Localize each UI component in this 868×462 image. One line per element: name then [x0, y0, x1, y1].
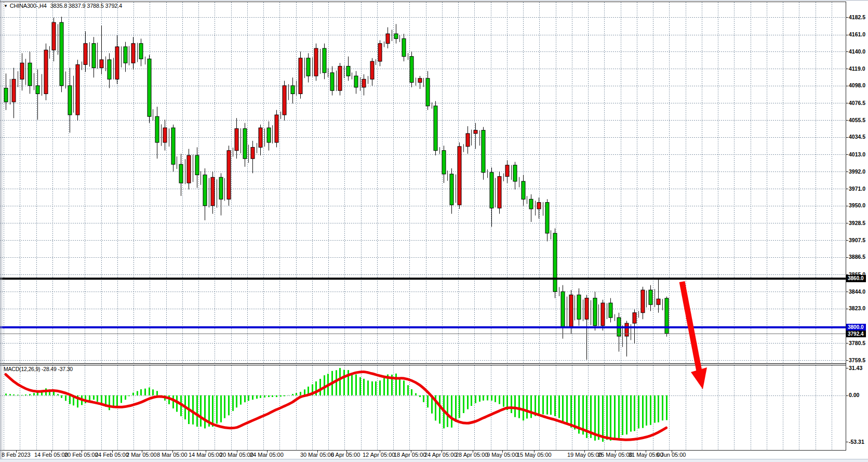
- candle-body: [36, 86, 39, 94]
- symbol-label: ▼CHINA300-,H43835.8 3837.9 3788.5 3792.4: [4, 3, 122, 9]
- candle-body: [235, 129, 238, 151]
- candle-body: [593, 298, 597, 326]
- candle-body: [545, 203, 549, 233]
- candle-body: [378, 44, 382, 61]
- time-axis-label: 24 Feb 05:00: [95, 452, 129, 458]
- candle-body: [314, 48, 318, 76]
- candle-body: [522, 181, 525, 199]
- candle-body: [251, 147, 255, 159]
- candle-body: [537, 203, 541, 209]
- candle-body: [291, 86, 295, 94]
- candle-body: [195, 155, 199, 175]
- candle-body: [561, 292, 565, 327]
- support-line[interactable]: [0, 326, 846, 328]
- price-axis-label: 4161.0: [849, 31, 865, 37]
- candle-body: [243, 129, 247, 159]
- candle-body: [577, 295, 581, 319]
- price-axis-label: 3780.5: [849, 340, 865, 346]
- candles: [4, 17, 669, 360]
- candle-body: [434, 106, 437, 151]
- level-lines[interactable]: [0, 278, 846, 334]
- candle-body: [115, 47, 119, 79]
- candle-body: [179, 164, 183, 183]
- candle-body: [68, 86, 72, 115]
- candle-body: [187, 155, 191, 183]
- time-axis-label: 8 Feb 2023: [2, 452, 31, 458]
- candle-body: [609, 303, 612, 318]
- candle-body: [498, 177, 501, 208]
- window-left-edge-inner: [2, 1, 2, 459]
- time-axis-label: 19 May 05:00: [567, 452, 602, 458]
- candle-body: [100, 60, 103, 68]
- time-axis-label: 20 Mar 05:00: [220, 452, 253, 458]
- candle-body: [124, 47, 127, 63]
- candle-body: [657, 299, 660, 305]
- candle-body: [148, 59, 151, 116]
- candle-body: [92, 44, 96, 68]
- candle-body: [211, 177, 215, 206]
- candle-body: [4, 88, 8, 102]
- candle-body: [44, 50, 48, 94]
- candle-body: [299, 58, 302, 94]
- window-left-edge: [0, 0, 1, 462]
- candle-body: [450, 174, 453, 205]
- time-axis-label: 14 Mar 05:00: [189, 452, 222, 458]
- candle-body: [323, 48, 326, 73]
- candle-body: [410, 57, 413, 83]
- macd-axis-label: 31.43: [849, 365, 862, 371]
- candle-body: [330, 73, 334, 90]
- candle-body: [418, 78, 422, 83]
- price-axis-label: 3928.5: [849, 220, 865, 226]
- grid: [0, 2, 846, 450]
- candle-body: [529, 199, 533, 209]
- candle-body: [338, 66, 342, 90]
- price-axis-label: 3992.0: [849, 168, 865, 175]
- candle-body: [601, 303, 605, 326]
- candle-body: [505, 165, 509, 177]
- price-axis-label: 4034.5: [849, 134, 865, 140]
- candle-body: [131, 44, 135, 63]
- candle-body: [52, 22, 56, 50]
- resistance-price-badge: 3860.0: [846, 275, 866, 282]
- time-axis-label: 25 May 05:00: [598, 452, 633, 458]
- candle-body: [108, 60, 111, 79]
- price-axis-label: 4182.5: [849, 14, 865, 20]
- macd-axis-label: -53.31: [849, 439, 864, 445]
- last-price-badge: 3792.4: [846, 331, 866, 337]
- candle-body: [275, 115, 278, 142]
- dropdown-arrow-icon[interactable]: ▼: [4, 4, 8, 8]
- chart-window: ▼CHINA300-,H43835.8 3837.9 3788.5 3792.4…: [0, 0, 868, 462]
- candle-body: [203, 175, 207, 205]
- chart-canvas[interactable]: [0, 0, 868, 462]
- chart-borders: [0, 2, 848, 453]
- time-axis-label: 12 Apr 05:00: [363, 452, 395, 458]
- time-axis-label: 6 Apr 05:00: [331, 452, 360, 458]
- candle-body: [362, 79, 366, 87]
- candle-body: [641, 290, 645, 313]
- time-axis-label: 24 Mar 05:00: [250, 452, 284, 458]
- price-axis-label: 3844.0: [849, 288, 865, 295]
- candle-body: [171, 128, 175, 164]
- candle-body: [84, 44, 87, 65]
- candle-body: [155, 116, 159, 142]
- candle-body: [553, 233, 557, 292]
- time-axis-label: 20 Feb 05:00: [64, 452, 98, 458]
- candle-body: [625, 323, 629, 336]
- price-axis-label: 3759.5: [849, 357, 865, 363]
- candle-body: [426, 78, 430, 106]
- candle-body: [633, 313, 636, 323]
- price-axis-label: 3971.0: [849, 186, 865, 192]
- ohlc-values: 3835.8 3837.9 3788.5 3792.4: [50, 3, 122, 9]
- indicator-label: MACD(12,26,9) -28.49 -37.30: [4, 366, 73, 372]
- price-axis-label: 3886.5: [849, 254, 865, 260]
- candle-body: [402, 38, 406, 56]
- time-axis-label: 28 Apr 05:00: [456, 452, 488, 458]
- candle-body: [267, 128, 271, 142]
- resistance-line[interactable]: [0, 278, 846, 280]
- candle-body: [259, 128, 262, 147]
- candle-body: [346, 66, 350, 76]
- price-axis-label: 4055.5: [849, 117, 865, 123]
- candle-body: [442, 151, 446, 174]
- candle-body: [306, 58, 310, 76]
- candle-body: [227, 151, 231, 200]
